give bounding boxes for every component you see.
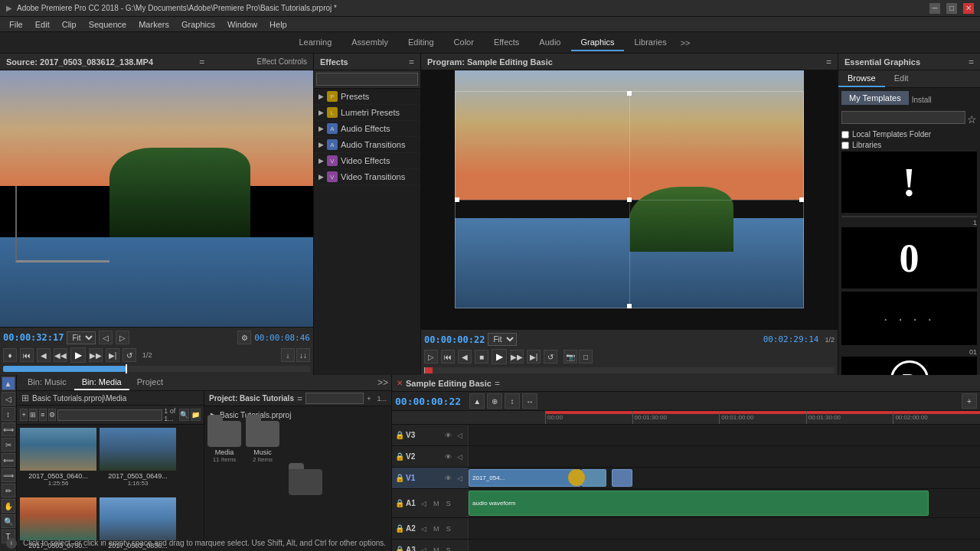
tab-bin-music[interactable]: Bin: Music <box>20 375 74 390</box>
source-add-marker[interactable]: ♦ <box>3 348 17 362</box>
source-mark-out[interactable]: ▷ <box>116 331 129 344</box>
toolbar-selection[interactable]: ▲ <box>2 377 15 390</box>
toolbar-pen[interactable]: ✏ <box>2 484 15 497</box>
bin-folder[interactable]: 📁 <box>191 409 201 421</box>
timeline-panel-menu[interactable]: = <box>495 378 500 389</box>
source-go-to-out[interactable]: ▶| <box>106 348 119 362</box>
track-a1-lock[interactable]: 🔒 <box>395 499 404 507</box>
track-a3-content[interactable] <box>469 540 980 551</box>
menu-help[interactable]: Help <box>263 18 293 31</box>
effect-category-video[interactable]: ▶ V Video Effects <box>314 153 420 169</box>
track-v2-content[interactable] <box>469 446 980 467</box>
source-loop[interactable]: ↺ <box>122 348 136 362</box>
template-preview-dots[interactable]: · · · · <box>841 292 977 345</box>
track-v3-lock[interactable]: 🔒 <box>395 431 404 439</box>
project-new-item[interactable]: + <box>367 395 371 403</box>
program-play[interactable]: ▶ <box>492 349 507 364</box>
effect-category-audio-trans[interactable]: ▶ A Audio Transitions <box>314 137 420 153</box>
libraries-checkbox[interactable] <box>841 142 849 149</box>
source-insert[interactable]: ↓ <box>281 348 295 362</box>
prog-handle-bottom[interactable] <box>627 304 632 308</box>
source-panel-menu[interactable]: = <box>199 57 204 67</box>
track-v3-content[interactable] <box>469 425 980 445</box>
minimize-button[interactable]: ─ <box>929 3 940 14</box>
bin-search-input[interactable] <box>57 409 162 421</box>
effect-category-video-trans[interactable]: ▶ V Video Transitions <box>314 169 420 185</box>
source-overwrite[interactable]: ↓↓ <box>296 348 310 362</box>
source-timecode[interactable]: 00:00:32:17 <box>3 332 64 343</box>
toolbar-rolling[interactable]: ⟺ <box>2 422 15 436</box>
program-step-fwd[interactable]: ▶▶ <box>510 350 524 364</box>
source-step-forward[interactable]: ▶▶ <box>89 348 103 362</box>
program-timecode[interactable]: 00:00:00:22 <box>424 334 485 345</box>
project-search-input[interactable] <box>305 393 364 404</box>
toolbar-hand[interactable]: ✋ <box>2 499 15 513</box>
template-search-input[interactable] <box>841 111 965 124</box>
template-preview-logo[interactable]: R RHONELLGACANGVISUALS <box>841 357 977 375</box>
my-templates-button[interactable]: My Templates <box>841 91 909 105</box>
track-v1-sync[interactable]: ◁ <box>454 473 465 484</box>
source-settings[interactable]: ⚙ <box>237 331 251 344</box>
track-v2-lock[interactable]: 🔒 <box>395 452 404 461</box>
project-panel-menu[interactable]: = <box>297 393 302 404</box>
effects-search-input[interactable] <box>316 73 418 86</box>
toolbar-slip[interactable]: ⟸ <box>2 453 15 467</box>
template-preview-zero[interactable]: 0 <box>841 227 977 289</box>
workspace-tab-assembly[interactable]: Assembly <box>342 34 397 51</box>
track-a1-sync[interactable]: ◁ <box>419 498 430 509</box>
bin-list-view[interactable]: ≡ <box>39 409 47 421</box>
workspace-tab-audio[interactable]: Audio <box>530 34 570 51</box>
toolbar-zoom[interactable]: 🔍 <box>2 514 15 528</box>
close-button[interactable]: ✕ <box>963 3 974 14</box>
program-export[interactable]: □ <box>579 350 593 364</box>
program-cam[interactable]: 📷 <box>564 350 577 364</box>
workspace-tab-libraries[interactable]: Libraries <box>626 34 676 51</box>
proj-folder-music[interactable]: Music 2 Items <box>246 421 279 463</box>
project-settings[interactable]: 1... <box>377 395 387 403</box>
track-a1-clip[interactable]: audio waveform <box>469 491 929 516</box>
menu-window[interactable]: Window <box>221 18 263 31</box>
program-go-to-in[interactable]: ⏮ <box>441 350 455 364</box>
program-fit-select[interactable]: Fit <box>488 333 517 346</box>
program-loop[interactable]: ↺ <box>544 350 557 364</box>
proj-folder-media[interactable]: Media 11 Items <box>207 421 241 463</box>
track-v1-clip-3[interactable] <box>612 469 632 487</box>
source-play[interactable]: ▶ <box>70 347 86 363</box>
source-fit-select[interactable]: Fit <box>67 331 96 344</box>
track-a1-m[interactable]: M <box>431 498 442 509</box>
track-v2-sync[interactable]: ◁ <box>454 452 465 462</box>
track-v2-visibility[interactable]: 👁 <box>443 452 453 462</box>
tl-tool-track[interactable]: ↕ <box>505 393 520 409</box>
prog-handle-right[interactable] <box>799 197 804 202</box>
source-effect-controls-tab[interactable]: Effect Controls <box>257 57 307 66</box>
prog-handle-top[interactable] <box>627 91 632 96</box>
track-a2-sync[interactable]: ◁ <box>419 523 430 534</box>
bin-find[interactable]: 🔍 <box>179 409 189 421</box>
install-button[interactable]: Install <box>912 96 932 104</box>
tab-project[interactable]: Project <box>129 375 171 390</box>
track-v3-visibility[interactable]: 👁 <box>443 430 453 441</box>
prog-center-handle[interactable] <box>627 197 632 202</box>
track-v1-lock[interactable]: 🔒 <box>395 474 404 482</box>
toolbar-slide[interactable]: ⟹ <box>2 468 15 482</box>
track-a2-lock[interactable]: 🔒 <box>395 524 404 533</box>
track-a2-m[interactable]: M <box>431 523 442 534</box>
track-v1-visibility[interactable]: 👁 <box>443 473 453 484</box>
toolbar-ripple[interactable]: ↕ <box>2 407 15 421</box>
bin-new-item[interactable]: + <box>20 409 28 421</box>
source-step-fwd[interactable]: ◀◀ <box>54 348 67 362</box>
tl-tool-select[interactable]: ▲ <box>469 393 485 409</box>
program-panel-menu[interactable]: = <box>826 57 831 67</box>
bin-header-icon[interactable]: ⊞ <box>21 393 29 403</box>
effect-category-lumetri[interactable]: ▶ L Lumetri Presets <box>314 105 420 121</box>
tl-tool-rolling[interactable]: ↔ <box>522 393 537 409</box>
bin-icon-view[interactable]: ⊞ <box>29 409 37 421</box>
track-v1-clip-1[interactable]: 2017_054... <box>469 469 581 487</box>
thumb-item-2[interactable]: 2017_0503_0649... 1:16:53 <box>100 428 176 494</box>
proj-sub-folder-item[interactable] <box>223 469 388 495</box>
graphics-tab-browse[interactable]: Browse <box>838 70 885 87</box>
track-a1-s[interactable]: S <box>443 498 454 509</box>
timeline-close-icon[interactable]: ✕ <box>397 379 403 387</box>
tl-add-track[interactable]: + <box>962 393 977 409</box>
toolbar-razor[interactable]: ✂ <box>2 438 15 452</box>
